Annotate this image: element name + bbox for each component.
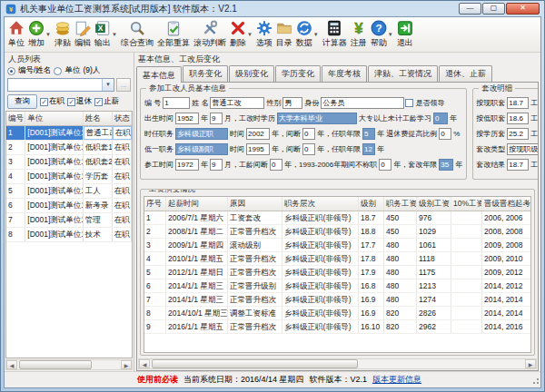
left-horizontal-scrollbar[interactable]: ◀ ▶ (5, 359, 133, 370)
minimize-button[interactable]: — (459, 3, 481, 15)
salary-history-row[interactable]: 42010/1/1 星期五正常晋升档次乡科级正职(非领导)17.84801118… (144, 252, 530, 266)
tab-年度考核[interactable]: 年度考核 (322, 65, 367, 82)
dropdown-arrow-icon[interactable]: ▼ (313, 32, 319, 37)
toolbar-button-export[interactable]: X输出▼ (93, 18, 119, 51)
field-input[interactable]: 0 (433, 113, 448, 124)
salary-history-row[interactable]: 12006/7/1 星期六工资套改乡科级正职(非领导)18.7450976200… (144, 211, 530, 225)
column-header[interactable]: 职务层次 (282, 197, 359, 211)
personnel-row[interactable]: 6[D001]测试单位1新考录在职 (6, 199, 132, 213)
resize-grip[interactable] (531, 378, 539, 386)
field-input[interactable]: 1995 (246, 143, 270, 155)
salary-history-row[interactable]: 32009/1/1 星期四滚动级别乡科级正职(非领导)17.7480106120… (144, 239, 530, 252)
field-input[interactable]: 0 (302, 128, 315, 140)
column-header[interactable]: 起薪时间 (166, 197, 228, 211)
toolbar-button-add[interactable]: 增加▼ (26, 18, 53, 51)
field-input[interactable]: 1 (163, 97, 190, 109)
field-input[interactable]: 0 (439, 128, 451, 140)
toolbar-button-options[interactable]: 选项 (254, 18, 274, 51)
readme-notice[interactable]: 使用前必读 (137, 374, 178, 386)
toolbar-button-recalc-all[interactable]: 全部重算 (155, 18, 192, 51)
column-header[interactable]: 原因 (228, 197, 282, 211)
toolbar-button-unit[interactable]: 单位 (6, 18, 26, 51)
column-header[interactable]: 晋级晋档起考年份 (482, 197, 531, 211)
field-input[interactable]: 公务员 (321, 97, 404, 109)
taogai-level-value[interactable]: 18.6 (507, 113, 529, 124)
tab-学历变化[interactable]: 学历变化 (275, 65, 321, 82)
personnel-row[interactable]: 1[D001]测试单位1普通工改在职 (6, 126, 132, 141)
filter-checkbox-在职[interactable]: ✓在职 (40, 96, 64, 107)
field-input[interactable]: 12 (362, 143, 375, 155)
toolbar-button-allowance[interactable]: 津贴 (53, 18, 73, 51)
tab-基本信息[interactable]: 基本信息 (136, 66, 182, 83)
browse-button[interactable]: ... (116, 78, 131, 92)
field-input[interactable]: 0 (270, 159, 282, 171)
toolbar-button-roll-judge[interactable]: 滚动判断 (192, 18, 228, 51)
maximize-button[interactable]: ▢ (482, 3, 505, 15)
column-header[interactable]: 状态 (113, 112, 132, 125)
dropdown-arrow-icon[interactable]: ▼ (45, 32, 51, 37)
taogai-level-value[interactable]: 25.2 (507, 128, 529, 140)
column-header[interactable]: 单位 (25, 112, 84, 125)
tab-退休、止薪[interactable]: 退休、止薪 (439, 65, 492, 82)
field-input[interactable]: 5 (362, 128, 375, 140)
column-header[interactable]: 序号 (144, 197, 166, 211)
toolbar-button-register[interactable]: ¥注册 (349, 18, 369, 51)
tab-职务变化[interactable]: 职务变化 (183, 65, 228, 82)
scroll-right-icon[interactable]: ▶ (525, 359, 536, 368)
field-input[interactable]: 大学本科毕业 (277, 113, 357, 124)
taogai-result-level[interactable]: 18.7 (507, 159, 529, 171)
toolbar-button-calculator[interactable]: 计算器 (321, 18, 349, 51)
filter-checkbox-止薪[interactable]: ✓止薪 (94, 96, 119, 107)
tab-津贴、工资情况[interactable]: 津贴、工资情况 (368, 65, 438, 82)
field-input[interactable]: 男 (282, 97, 302, 109)
taogai-level-value[interactable]: 18.7 (507, 97, 529, 109)
filter-checkbox-退休[interactable]: ✓退休 (67, 96, 92, 107)
tab-级别变化[interactable]: 级别变化 (229, 65, 274, 82)
column-header[interactable]: 10%工资 (451, 197, 482, 211)
field-input[interactable]: 1952 (175, 113, 199, 124)
chevron-down-icon[interactable]: ▼ (102, 79, 114, 91)
scroll-left-icon[interactable]: ◀ (139, 359, 150, 368)
toolbar-button-delete[interactable]: 删除▼ (228, 18, 254, 51)
close-button[interactable]: ✕ (506, 3, 540, 15)
search-combobox[interactable]: ▼ (7, 78, 114, 92)
field-input[interactable]: 乡科级正职 (175, 128, 228, 140)
dropdown-arrow-icon[interactable]: ▼ (112, 32, 117, 37)
dropdown-arrow-icon[interactable]: ▼ (388, 32, 393, 37)
dropdown-arrow-icon[interactable]: ▼ (247, 32, 253, 37)
personnel-row[interactable]: 5[D001]测试单位1工人在职 (6, 184, 132, 199)
field-input[interactable]: 2002 (246, 128, 270, 140)
taogai-type-value[interactable]: 按现职级套改 (507, 143, 539, 155)
personnel-row[interactable]: 8[D001]测试单位1技术在职 (6, 228, 132, 242)
salary-history-row[interactable]: 52012/1/1 星期日正常晋升档次乡科级正职(非领导)17.94801175… (144, 266, 530, 279)
salary-history-row[interactable]: 22008/1/1 星期二正常晋升档次乡科级正职(非领导)18.84501029… (144, 225, 530, 239)
field-input[interactable]: 1972 (175, 159, 199, 171)
field-input[interactable]: 乡科级副职 (175, 143, 228, 155)
personnel-row[interactable]: 7[D001]测试单位1管理在职 (6, 213, 132, 228)
scroll-right-icon[interactable]: ▶ (121, 360, 132, 369)
query-button[interactable]: 查询 (7, 94, 37, 109)
toolbar-button-data[interactable]: 数据▼ (294, 18, 321, 51)
column-header[interactable]: 级别工资 (417, 197, 451, 211)
personnel-row[interactable]: 3[D001]测试单位1低职套2在职 (6, 155, 132, 170)
personnel-row[interactable]: 2[D001]测试单位1低职套1在职 (6, 141, 132, 155)
column-header[interactable]: 级别 (359, 197, 384, 211)
salary-history-row[interactable]: 82014/10/1 星期三调整工资标准乡科级正职(非领导)16.9820282… (144, 307, 530, 320)
scroll-left-icon[interactable]: ◀ (6, 360, 17, 369)
radio-unit[interactable] (54, 67, 62, 75)
column-header[interactable]: 编号 (6, 112, 25, 125)
toolbar-button-catalog[interactable]: 目录 (274, 18, 294, 51)
right-horizontal-scrollbar[interactable]: ◀ ▶ (138, 358, 537, 369)
personnel-row[interactable]: 4[D001]测试单位1学历套在职 (6, 170, 132, 184)
radio-id-name[interactable] (7, 67, 15, 75)
column-header[interactable]: 姓名 (84, 112, 113, 125)
field-input[interactable]: 普通工改 (210, 97, 264, 109)
field-input[interactable]: 9 (210, 159, 223, 171)
toolbar-button-help[interactable]: ?帮助▼ (369, 18, 395, 51)
update-info-link[interactable]: 版本更新信息 (372, 374, 421, 386)
field-input[interactable]: 9 (210, 113, 223, 124)
field-input[interactable]: 0 (379, 159, 391, 171)
field-input[interactable]: 0 (302, 143, 315, 155)
field-input[interactable]: 35 (439, 159, 453, 171)
salary-history-row[interactable]: 92016/1/1 星期五正常晋升档次乡科级正职(非领导)16.10820296… (144, 320, 530, 334)
